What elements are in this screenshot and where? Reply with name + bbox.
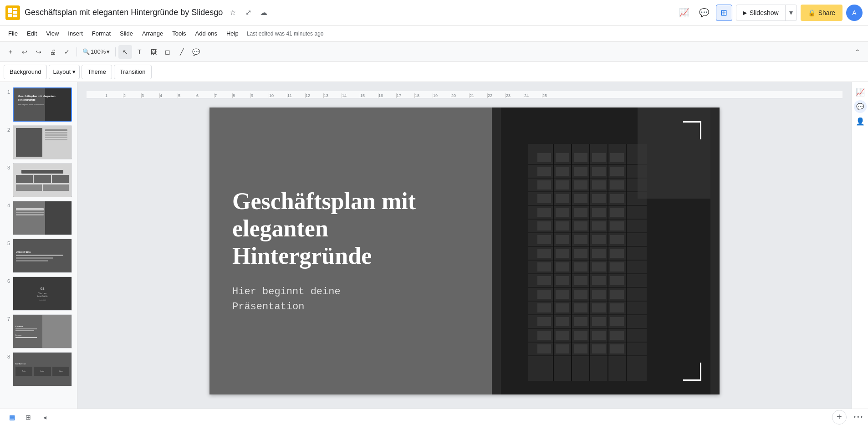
slide-num-6: 6 bbox=[4, 277, 10, 284]
toolbar-redo-btn[interactable]: ↪ bbox=[32, 45, 46, 59]
toolbar-add-btn[interactable]: ＋ bbox=[4, 45, 17, 59]
ruler-tick: 11 bbox=[287, 93, 305, 98]
transition-btn[interactable]: Transition bbox=[114, 65, 152, 79]
toolbar-zoom-btn[interactable]: 🔍 100% ▾ bbox=[80, 45, 112, 59]
slide-thumb-2 bbox=[13, 126, 71, 159]
slide-canvas[interactable]: Geschäftsplan mit eleganten Hintergründe… bbox=[209, 108, 720, 394]
svg-rect-60 bbox=[592, 249, 606, 258]
svg-rect-68 bbox=[610, 153, 624, 162]
ruler-tick: 16 bbox=[378, 93, 396, 98]
toolbar-lines-btn[interactable]: ╱ bbox=[175, 45, 189, 59]
slide-thumb-wrap-7: Problem Lösung bbox=[13, 314, 72, 348]
slide-item-4[interactable]: 4 bbox=[0, 199, 77, 237]
last-edit-label[interactable]: Last edited was 41 minutes ago bbox=[247, 31, 324, 37]
building-illustration bbox=[492, 108, 720, 394]
open-externally-button[interactable]: ⤢ bbox=[242, 6, 255, 19]
rs-profile-btn[interactable]: 👤 bbox=[854, 115, 867, 128]
svg-rect-1 bbox=[8, 8, 12, 13]
ruler-tick: 23 bbox=[505, 93, 524, 98]
ruler-tick: 3 bbox=[141, 93, 159, 98]
slide-thumb-wrap-8: Konkurrenz Natur Jupiter Saturn bbox=[13, 352, 72, 386]
menu-arrange[interactable]: Arrange bbox=[138, 27, 168, 40]
svg-rect-61 bbox=[592, 262, 606, 271]
star-button[interactable]: ☆ bbox=[226, 6, 239, 19]
user-avatar[interactable]: A bbox=[846, 5, 863, 21]
svg-rect-27 bbox=[556, 208, 569, 217]
svg-rect-5 bbox=[13, 15, 17, 17]
toolbar-image-btn[interactable]: 🖼 bbox=[147, 45, 160, 59]
collapse-panel-btn[interactable]: ◂ bbox=[38, 411, 51, 424]
menu-view[interactable]: View bbox=[41, 27, 63, 40]
layout-label: Layout bbox=[53, 68, 71, 75]
svg-rect-14 bbox=[537, 235, 551, 244]
menu-file[interactable]: File bbox=[4, 27, 22, 40]
svg-rect-3 bbox=[13, 8, 17, 10]
svg-rect-66 bbox=[592, 331, 606, 340]
toolbar-undo-btn[interactable]: ↩ bbox=[18, 45, 31, 59]
slide-item-5[interactable]: 5 Unsere Firma bbox=[0, 237, 77, 275]
rs-comment-btn[interactable]: 💬 bbox=[856, 103, 864, 110]
toolbar-spellcheck-btn[interactable]: ✓ bbox=[60, 45, 74, 59]
svg-rect-11 bbox=[537, 194, 551, 203]
toolbar-file-group: ＋ ↩ ↪ 🖨 ✓ bbox=[4, 45, 74, 59]
toolbar-print-btn[interactable]: 🖨 bbox=[46, 45, 60, 59]
toolbar-select-btn[interactable]: ↖ bbox=[118, 45, 132, 59]
slide-item-2[interactable]: 2 bbox=[0, 123, 77, 161]
ruler-ticks: 1 2 3 4 5 6 7 8 9 10 11 12 13 14 15 16 1… bbox=[87, 91, 560, 98]
background-btn[interactable]: Background bbox=[4, 65, 47, 79]
svg-rect-65 bbox=[592, 317, 606, 326]
new-slide-button[interactable]: ⊞ bbox=[716, 5, 732, 21]
corner-bracket-top-right bbox=[683, 121, 701, 139]
ruler-tick: 24 bbox=[524, 93, 542, 98]
transition-label: Transition bbox=[120, 68, 146, 75]
filmstrip-view-btn[interactable]: ▤ bbox=[5, 411, 18, 424]
toolbar-comment-btn[interactable]: 💬 bbox=[189, 45, 203, 59]
menu-help[interactable]: Help bbox=[222, 27, 243, 40]
menu-bar: File Edit View Insert Format Slide Arran… bbox=[0, 26, 868, 42]
slideshow-label[interactable]: ▶ Slideshow bbox=[736, 5, 786, 20]
svg-rect-73 bbox=[610, 221, 624, 230]
rs-trending-btn[interactable]: 📈 bbox=[854, 86, 867, 98]
menu-insert[interactable]: Insert bbox=[63, 27, 87, 40]
theme-label: Theme bbox=[87, 68, 106, 75]
document-title: Geschäftsplan mit eleganten Hintergründe… bbox=[25, 8, 223, 17]
layout-btn[interactable]: Layout ▾ bbox=[49, 65, 80, 79]
grid-view-btn[interactable]: ⊞ bbox=[22, 411, 35, 424]
ruler-tick: 9 bbox=[250, 93, 269, 98]
comments-button[interactable]: 💬 bbox=[696, 5, 712, 21]
toolbar-text-btn[interactable]: T bbox=[133, 45, 146, 59]
svg-rect-25 bbox=[556, 180, 569, 189]
svg-rect-48 bbox=[574, 290, 587, 299]
menu-edit[interactable]: Edit bbox=[22, 27, 41, 40]
svg-rect-52 bbox=[574, 344, 587, 353]
share-button[interactable]: 🔒 Share bbox=[801, 5, 842, 21]
ruler-tick: 5 bbox=[178, 93, 196, 98]
slideshow-dropdown-arrow[interactable]: ▾ bbox=[786, 5, 797, 20]
slide-item-7[interactable]: 7 Problem Lösung bbox=[0, 312, 77, 350]
svg-rect-49 bbox=[574, 303, 587, 312]
svg-rect-75 bbox=[610, 249, 624, 258]
slide-item-1[interactable]: 1 Geschäftsplan mit elegantenHintergründ… bbox=[0, 86, 77, 123]
menu-format[interactable]: Format bbox=[87, 27, 115, 40]
share-label: Share bbox=[818, 9, 835, 16]
toolbar-collapse-btn[interactable]: ⌃ bbox=[851, 45, 864, 59]
add-slide-bottom-btn[interactable]: + bbox=[832, 410, 847, 425]
svg-rect-53 bbox=[592, 153, 606, 162]
slide-item-8[interactable]: 8 Konkurrenz Natur Jupiter Saturn bbox=[0, 350, 77, 388]
menu-slide[interactable]: Slide bbox=[115, 27, 138, 40]
svg-rect-33 bbox=[556, 290, 569, 299]
menu-tools[interactable]: Tools bbox=[168, 27, 190, 40]
slide-item-3[interactable]: 3 bbox=[0, 161, 77, 199]
menu-addons[interactable]: Add-ons bbox=[191, 27, 222, 40]
svg-rect-64 bbox=[592, 303, 606, 312]
toolbar-sep-2 bbox=[115, 47, 116, 56]
activity-button[interactable]: 📈 bbox=[676, 5, 692, 21]
cloud-save-button[interactable]: ☁ bbox=[257, 6, 270, 19]
title-icons-group: ☆ ⤢ ☁ bbox=[226, 6, 270, 19]
svg-rect-40 bbox=[574, 180, 587, 189]
background-label: Background bbox=[10, 68, 41, 75]
toolbar-shapes-btn[interactable]: ◻ bbox=[161, 45, 174, 59]
slideshow-dropdown-btn[interactable]: ▶ Slideshow ▾ bbox=[736, 5, 797, 21]
theme-btn[interactable]: Theme bbox=[82, 65, 112, 79]
slide-item-6[interactable]: 6 01 Titel desAbschnitts Untertitel bbox=[0, 275, 77, 312]
